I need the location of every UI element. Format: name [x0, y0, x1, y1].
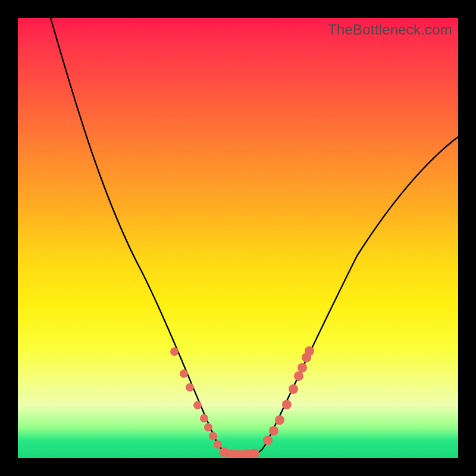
svg-point-3 — [193, 401, 202, 409]
svg-point-15 — [269, 426, 278, 436]
svg-point-18 — [289, 384, 298, 394]
svg-point-5 — [204, 423, 212, 431]
svg-point-22 — [305, 346, 314, 356]
watermark-label: TheBottleneck.com — [328, 21, 452, 38]
svg-point-14 — [263, 436, 273, 445]
svg-point-10 — [232, 450, 242, 458]
svg-point-4 — [200, 414, 208, 422]
bottleneck-curve — [18, 18, 458, 458]
svg-point-8 — [220, 447, 229, 457]
svg-point-0 — [170, 347, 178, 356]
svg-point-19 — [294, 371, 303, 381]
svg-point-6 — [209, 432, 217, 440]
svg-point-21 — [302, 353, 311, 362]
svg-point-11 — [238, 450, 248, 458]
markers-bottom — [220, 447, 259, 458]
svg-point-13 — [250, 449, 259, 458]
svg-point-7 — [214, 440, 222, 449]
svg-point-16 — [275, 415, 284, 425]
svg-point-9 — [226, 449, 236, 458]
svg-point-17 — [282, 400, 292, 409]
svg-point-2 — [186, 383, 194, 392]
svg-point-1 — [180, 369, 188, 378]
plot-area: TheBottleneck.com — [18, 18, 458, 458]
svg-point-20 — [298, 363, 307, 372]
markers-left — [170, 347, 222, 449]
svg-point-12 — [244, 449, 253, 458]
markers-right — [263, 346, 314, 445]
curve-path — [51, 18, 458, 455]
